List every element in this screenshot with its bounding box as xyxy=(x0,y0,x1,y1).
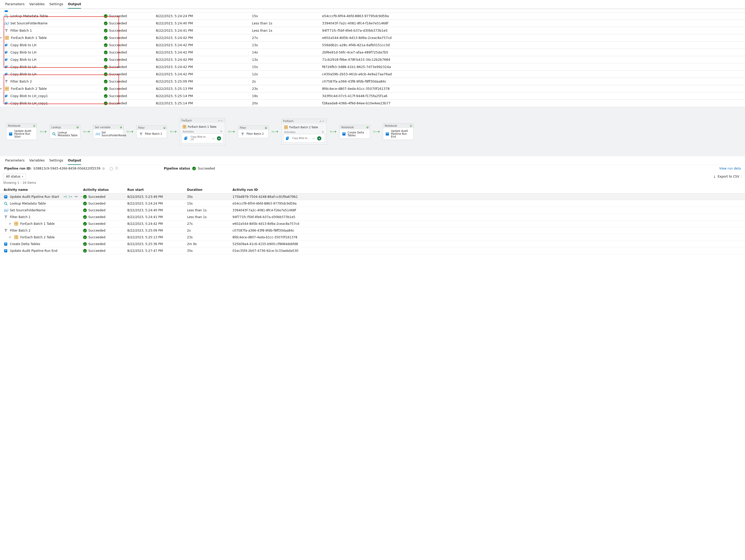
run-id: 556ddb2c-a28c-4f4b-821a-6afb0151cc3d xyxy=(322,43,745,47)
run-id: 525b09a4-41c6-4155-b900-cf9684debfd8 xyxy=(232,242,745,246)
svg-rect-60 xyxy=(5,244,7,244)
status-text: Succeeded xyxy=(109,65,127,69)
copy-icon[interactable]: ⧉ xyxy=(102,167,105,170)
glasses-icon[interactable]: 👓 xyxy=(74,195,78,198)
duration: 15s xyxy=(252,65,322,69)
run-start: 8/22/2023, 5:25:14 PM xyxy=(156,94,252,98)
duration: 23s xyxy=(187,236,232,239)
table-row[interactable]: ForEach Batch 1 Table Succeeded 8/22/202… xyxy=(0,220,745,227)
table-row[interactable]: Copy Blob to LH_copy1 Succeeded 8/22/202… xyxy=(0,93,745,100)
tab-output[interactable]: Output xyxy=(68,0,81,8)
flow-node-setvar[interactable]: Set variable (x)Set SourceFolderName xyxy=(93,125,124,139)
table-row[interactable]: (x) Set SourceFolderName Succeeded 8/22/… xyxy=(0,207,745,214)
flow-node-filter2[interactable]: Filter Filter Batch 2 xyxy=(238,126,268,138)
run-start: 8/22/2023, 5:25:13 PM xyxy=(156,87,252,91)
export-csv-button[interactable]: ⭳ Export to CSV | xyxy=(713,175,742,178)
tab-settings[interactable]: Settings xyxy=(50,0,63,8)
table-row[interactable]: Copy Blob to LH Succeeded 8/22/2023, 5:2… xyxy=(0,49,745,56)
view-run-details-link[interactable]: View run deta xyxy=(719,167,741,170)
expand-icon[interactable]: ⤢ xyxy=(322,120,324,123)
col-run-id[interactable]: Activity run ID xyxy=(232,188,745,191)
status-text: Succeeded xyxy=(109,101,127,105)
table-row[interactable]: Copy Blob to LH Succeeded 8/22/2023, 5:2… xyxy=(0,41,745,49)
flow-node-lookup[interactable]: Lookup Lookup Metadata Table xyxy=(50,125,80,139)
table-row[interactable]: Create Delta Tables Succeeded 8/22/2023,… xyxy=(0,241,745,247)
table-row[interactable]: (x) Set SourceFolderName Succeeded 8/22/… xyxy=(0,20,745,27)
pipeline-status-label: Pipeline status xyxy=(164,167,190,170)
tab-parameters-lower[interactable]: Parameters xyxy=(5,156,24,165)
tab-variables[interactable]: Variables xyxy=(29,0,44,8)
tab-output-lower[interactable]: Output xyxy=(68,156,81,165)
edit-icon[interactable]: ✎ xyxy=(322,131,324,134)
refresh-icon[interactable]: ◯ xyxy=(109,167,113,170)
svg-rect-55 xyxy=(17,236,18,237)
table-row[interactable]: Update Audit Pipeline Run Start →][→👓⋯ S… xyxy=(0,194,745,200)
status-text: Succeeded xyxy=(109,72,127,76)
svg-line-2 xyxy=(7,16,8,18)
col-run-start[interactable]: Run start xyxy=(127,188,187,191)
svg-point-10 xyxy=(6,50,7,51)
input-icon[interactable]: →] xyxy=(63,195,67,198)
flow-node-notebook-start[interactable]: Notebook Update Audit Pipeline Run Start xyxy=(6,123,37,140)
chevron-down-icon[interactable] xyxy=(0,87,3,91)
add-activity-button[interactable]: + xyxy=(317,136,321,140)
run-start: 8/22/2023, 5:24:42 PM xyxy=(156,36,252,40)
duration: 2s xyxy=(252,79,322,83)
check-icon xyxy=(104,29,107,32)
table-row[interactable]: Update Audit Pipeline Run End Succeeded … xyxy=(0,247,745,254)
svg-rect-54 xyxy=(14,236,16,237)
flow-node-notebook-end[interactable]: Notebook Update Audit Pipeline Run End xyxy=(383,123,414,140)
tab-settings-lower[interactable]: Settings xyxy=(50,156,63,165)
activity-name: Lookup Metadata Table xyxy=(10,202,83,205)
table-row[interactable]: Copy Blob to LH Succeeded 8/22/2023, 5:2… xyxy=(0,56,745,63)
col-activity-status[interactable]: Activity status xyxy=(83,188,127,191)
success-indicator-icon xyxy=(33,125,35,127)
output-icon[interactable]: [→ xyxy=(69,195,72,198)
status-line: Pipeline run ID: b38813c9-59d3-4266-8458… xyxy=(0,165,745,173)
flow-node-foreach1[interactable]: ForEach↗⤢ ForEach Batch 1 Table Activiti… xyxy=(180,118,225,145)
expand-icon[interactable]: ⤢ xyxy=(221,119,223,122)
table-row[interactable]: ForEach Batch 2 Table Succeeded 8/22/202… xyxy=(0,85,745,93)
chevron-right-icon[interactable] xyxy=(8,235,12,239)
table-row[interactable]: ForEach Batch 2 Table Succeeded 8/22/202… xyxy=(0,234,745,241)
col-activity-name[interactable]: Activity name xyxy=(0,188,83,191)
collapse-icon[interactable]: ↗ xyxy=(218,119,220,122)
check-icon xyxy=(104,50,107,54)
table-row[interactable]: Filter Batch 1 Succeeded 8/22/2023, 5:24… xyxy=(0,27,745,34)
run-start: 8/22/2023, 5:27:47 PM xyxy=(127,249,187,253)
status-text: Succeeded xyxy=(88,222,105,225)
svg-rect-17 xyxy=(5,87,7,89)
flow-node-notebook-delta[interactable]: Notebook Create Delta Tables xyxy=(339,125,370,139)
copy-icon xyxy=(286,136,290,140)
svg-point-14 xyxy=(6,65,7,66)
table-row[interactable]: Copy Blob to LH_copy1 Succeeded 8/22/202… xyxy=(0,100,745,107)
duration: 27s xyxy=(187,222,232,225)
add-activity-button[interactable]: + xyxy=(217,136,221,140)
status-filter-dropdown[interactable]: All status ▾ xyxy=(3,174,26,179)
table-row[interactable]: Filter Batch 1 Succeeded 8/22/2023, 5:24… xyxy=(0,214,745,220)
chevron-right-icon[interactable] xyxy=(8,222,12,226)
table-row[interactable]: Copy Blob to LH Succeeded 8/22/2023, 5:2… xyxy=(0,71,745,78)
info-icon[interactable]: ⓘ xyxy=(115,166,118,171)
tab-parameters[interactable]: Parameters xyxy=(5,0,24,8)
flow-node-filter1[interactable]: Filter Filter Batch 1 xyxy=(136,126,167,138)
status-text: Succeeded xyxy=(88,195,105,199)
table-row[interactable]: Lookup Metadata Table Succeeded 8/22/202… xyxy=(0,200,745,207)
more-icon[interactable]: ⋯ xyxy=(80,195,83,198)
table-row[interactable]: Copy Blob to LH Succeeded 8/22/2023, 5:2… xyxy=(0,63,745,71)
table-row[interactable]: Filter Batch 2 Succeeded 8/22/2023, 5:25… xyxy=(0,227,745,234)
table-row[interactable]: Filter Batch 2 Succeeded 8/22/2023, 5:25… xyxy=(0,78,745,85)
table-row[interactable]: Lookup Metadata Table Succeeded 8/22/202… xyxy=(0,12,745,20)
chevron-down-icon[interactable] xyxy=(0,36,3,40)
table-row[interactable]: ForEach Batch 1 Table Succeeded 8/22/202… xyxy=(0,34,745,41)
status-text: Succeeded xyxy=(109,14,127,18)
pipeline-flow: Notebook Update Audit Pipeline Run Start… xyxy=(0,107,745,156)
tab-variables-lower[interactable]: Variables xyxy=(29,156,44,165)
collapse-icon[interactable]: ↗ xyxy=(319,120,321,123)
activity-name: Copy Blob to LH_copy1 xyxy=(10,94,48,98)
duration: Less than 1s xyxy=(252,29,322,32)
edit-icon[interactable]: ✎ xyxy=(220,130,222,133)
flow-node-foreach2[interactable]: ForEach↗⤢ ForEach Batch 2 Table Activiti… xyxy=(281,119,327,145)
svg-rect-37 xyxy=(285,128,286,129)
col-duration[interactable]: Duration xyxy=(187,188,232,191)
